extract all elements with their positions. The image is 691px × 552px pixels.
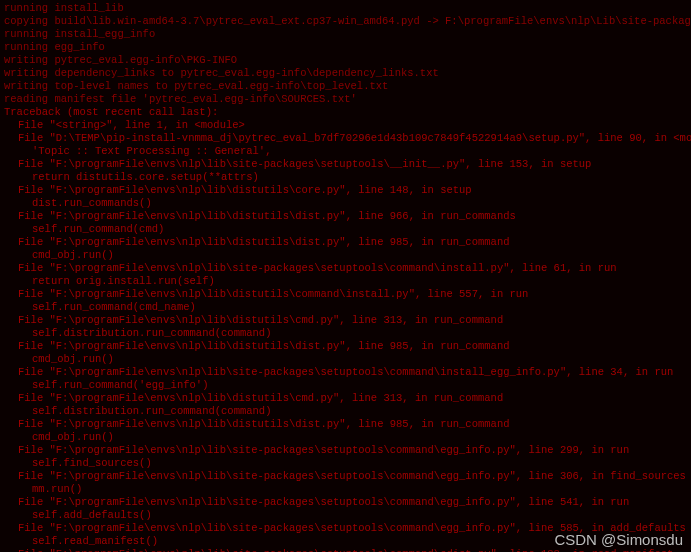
terminal-line: writing top-level names to pytrec_eval.e…	[4, 80, 687, 93]
terminal-line: File "F:\programFile\envs\nlp\lib\site-p…	[4, 444, 687, 457]
terminal-line: self.find_sources()	[4, 457, 687, 470]
terminal-line: File "F:\programFile\envs\nlp\lib\site-p…	[4, 470, 687, 483]
terminal-line: File "F:\programFile\envs\nlp\lib\distut…	[4, 340, 687, 353]
terminal-line: File "F:\programFile\envs\nlp\lib\distut…	[4, 184, 687, 197]
terminal-line: cmd_obj.run()	[4, 249, 687, 262]
terminal-output[interactable]: running install_libcopying build\lib.win…	[0, 0, 691, 552]
terminal-line: self.run_command(cmd)	[4, 223, 687, 236]
terminal-line: File "F:\programFile\envs\nlp\lib\site-p…	[4, 496, 687, 509]
terminal-line: writing pytrec_eval.egg-info\PKG-INFO	[4, 54, 687, 67]
terminal-line: return orig.install.run(self)	[4, 275, 687, 288]
terminal-line: File "F:\programFile\envs\nlp\lib\distut…	[4, 210, 687, 223]
terminal-line: File "F:\programFile\envs\nlp\lib\distut…	[4, 418, 687, 431]
terminal-line: File "F:\programFile\envs\nlp\lib\site-p…	[4, 548, 687, 552]
terminal-line: cmd_obj.run()	[4, 431, 687, 444]
terminal-line: dist.run_commands()	[4, 197, 687, 210]
terminal-line: mm.run()	[4, 483, 687, 496]
terminal-line: writing dependency_links to pytrec_eval.…	[4, 67, 687, 80]
terminal-line: File "F:\programFile\envs\nlp\lib\site-p…	[4, 262, 687, 275]
terminal-line: File "F:\programFile\envs\nlp\lib\site-p…	[4, 158, 687, 171]
terminal-line: Traceback (most recent call last):	[4, 106, 687, 119]
terminal-line: 'Topic :: Text Processing :: General',	[4, 145, 687, 158]
terminal-line: self.run_command('egg_info')	[4, 379, 687, 392]
terminal-line: running install_lib	[4, 2, 687, 15]
terminal-line: File "<string>", line 1, in <module>	[4, 119, 687, 132]
terminal-line: running install_egg_info	[4, 28, 687, 41]
terminal-line: running egg_info	[4, 41, 687, 54]
watermark: CSDN @Simonsdu	[554, 533, 683, 546]
terminal-line: File "D:\TEMP\pip-install-vnmma_dj\pytre…	[4, 132, 687, 145]
terminal-line: File "F:\programFile\envs\nlp\lib\distut…	[4, 392, 687, 405]
terminal-line: cmd_obj.run()	[4, 353, 687, 366]
terminal-line: self.distribution.run_command(command)	[4, 405, 687, 418]
terminal-line: self.distribution.run_command(command)	[4, 327, 687, 340]
terminal-line: File "F:\programFile\envs\nlp\lib\distut…	[4, 236, 687, 249]
terminal-line: copying build\lib.win-amd64-3.7\pytrec_e…	[4, 15, 687, 28]
terminal-line: File "F:\programFile\envs\nlp\lib\distut…	[4, 314, 687, 327]
terminal-line: reading manifest file 'pytrec_eval.egg-i…	[4, 93, 687, 106]
terminal-line: return distutils.core.setup(**attrs)	[4, 171, 687, 184]
terminal-line: self.add_defaults()	[4, 509, 687, 522]
terminal-line: File "F:\programFile\envs\nlp\lib\site-p…	[4, 366, 687, 379]
terminal-line: self.run_command(cmd_name)	[4, 301, 687, 314]
terminal-line: File "F:\programFile\envs\nlp\lib\distut…	[4, 288, 687, 301]
